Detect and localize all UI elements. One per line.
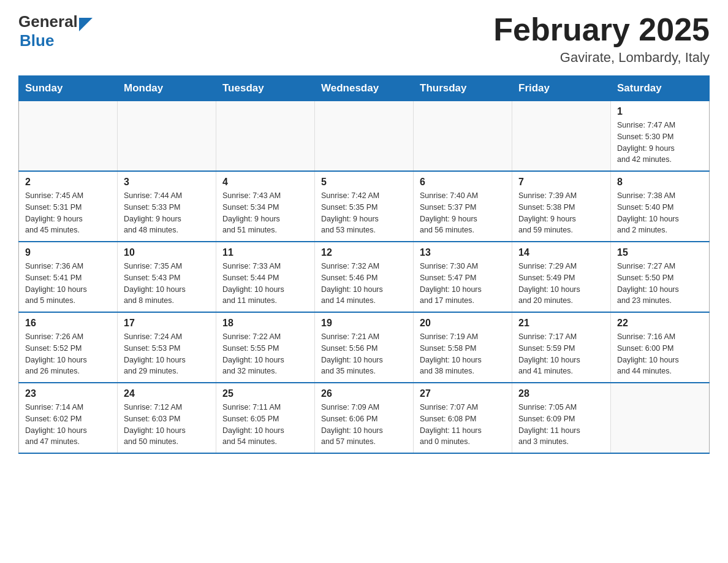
logo-triangle-icon: [79, 18, 93, 31]
calendar-cell: [315, 101, 414, 172]
day-number: 3: [124, 177, 210, 188]
month-title: February 2025: [493, 12, 710, 47]
day-info: Sunrise: 7:39 AM Sunset: 5:38 PM Dayligh…: [518, 190, 604, 236]
calendar-cell: [19, 101, 118, 172]
day-info: Sunrise: 7:38 AM Sunset: 5:40 PM Dayligh…: [617, 190, 703, 236]
day-info: Sunrise: 7:21 AM Sunset: 5:56 PM Dayligh…: [321, 331, 407, 377]
calendar-cell: 14Sunrise: 7:29 AM Sunset: 5:49 PM Dayli…: [512, 242, 611, 312]
weekday-header-sunday: Sunday: [19, 76, 118, 101]
logo-general-text: General: [18, 12, 78, 31]
day-info: Sunrise: 7:16 AM Sunset: 6:00 PM Dayligh…: [617, 331, 703, 377]
calendar-cell: 26Sunrise: 7:09 AM Sunset: 6:06 PM Dayli…: [315, 383, 414, 453]
calendar-week-row: 2Sunrise: 7:45 AM Sunset: 5:31 PM Daylig…: [19, 171, 710, 242]
day-number: 27: [420, 388, 506, 399]
calendar-cell: 20Sunrise: 7:19 AM Sunset: 5:58 PM Dayli…: [414, 312, 512, 383]
calendar-cell: 12Sunrise: 7:32 AM Sunset: 5:46 PM Dayli…: [315, 242, 414, 312]
calendar-cell: 18Sunrise: 7:22 AM Sunset: 5:55 PM Dayli…: [216, 312, 315, 383]
calendar-cell: 1Sunrise: 7:47 AM Sunset: 5:30 PM Daylig…: [611, 101, 710, 172]
day-number: 13: [420, 247, 506, 258]
day-info: Sunrise: 7:17 AM Sunset: 5:59 PM Dayligh…: [518, 331, 604, 377]
day-info: Sunrise: 7:42 AM Sunset: 5:35 PM Dayligh…: [321, 190, 407, 236]
calendar-cell: 21Sunrise: 7:17 AM Sunset: 5:59 PM Dayli…: [512, 312, 611, 383]
day-number: 17: [124, 318, 210, 329]
day-info: Sunrise: 7:22 AM Sunset: 5:55 PM Dayligh…: [222, 331, 308, 377]
weekday-header-thursday: Thursday: [414, 76, 512, 101]
calendar-cell: 5Sunrise: 7:42 AM Sunset: 5:35 PM Daylig…: [315, 171, 414, 242]
day-number: 21: [518, 318, 604, 329]
calendar-cell: 10Sunrise: 7:35 AM Sunset: 5:43 PM Dayli…: [118, 242, 216, 312]
day-number: 22: [617, 318, 703, 329]
day-number: 26: [321, 388, 407, 399]
day-number: 25: [222, 388, 308, 399]
day-info: Sunrise: 7:30 AM Sunset: 5:47 PM Dayligh…: [420, 261, 506, 307]
day-number: 16: [25, 318, 111, 329]
day-number: 23: [25, 388, 111, 399]
day-number: 28: [518, 388, 604, 399]
weekday-header-friday: Friday: [512, 76, 611, 101]
day-number: 5: [321, 177, 407, 188]
calendar-cell: 16Sunrise: 7:26 AM Sunset: 5:52 PM Dayli…: [19, 312, 118, 383]
page-header: General Blue February 2025 Gavirate, Lom…: [18, 12, 710, 66]
day-number: 12: [321, 247, 407, 258]
day-info: Sunrise: 7:27 AM Sunset: 5:50 PM Dayligh…: [617, 261, 703, 307]
day-info: Sunrise: 7:14 AM Sunset: 6:02 PM Dayligh…: [25, 402, 111, 448]
calendar-cell: 25Sunrise: 7:11 AM Sunset: 6:05 PM Dayli…: [216, 383, 315, 453]
day-info: Sunrise: 7:40 AM Sunset: 5:37 PM Dayligh…: [420, 190, 506, 236]
calendar-cell: [512, 101, 611, 172]
weekday-header-monday: Monday: [118, 76, 216, 101]
svg-marker-0: [79, 18, 93, 31]
title-area: February 2025 Gavirate, Lombardy, Italy: [493, 12, 710, 66]
logo: General Blue: [18, 12, 93, 50]
day-info: Sunrise: 7:12 AM Sunset: 6:03 PM Dayligh…: [124, 402, 210, 448]
day-number: 10: [124, 247, 210, 258]
calendar-cell: 8Sunrise: 7:38 AM Sunset: 5:40 PM Daylig…: [611, 171, 710, 242]
day-info: Sunrise: 7:36 AM Sunset: 5:41 PM Dayligh…: [25, 261, 111, 307]
calendar-table: SundayMondayTuesdayWednesdayThursdayFrid…: [18, 75, 710, 454]
calendar-cell: 22Sunrise: 7:16 AM Sunset: 6:00 PM Dayli…: [611, 312, 710, 383]
day-number: 2: [25, 177, 111, 188]
calendar-cell: [611, 383, 710, 453]
day-info: Sunrise: 7:19 AM Sunset: 5:58 PM Dayligh…: [420, 331, 506, 377]
day-info: Sunrise: 7:26 AM Sunset: 5:52 PM Dayligh…: [25, 331, 111, 377]
calendar-cell: [216, 101, 315, 172]
calendar-week-row: 23Sunrise: 7:14 AM Sunset: 6:02 PM Dayli…: [19, 383, 710, 453]
day-info: Sunrise: 7:32 AM Sunset: 5:46 PM Dayligh…: [321, 261, 407, 307]
calendar-cell: 9Sunrise: 7:36 AM Sunset: 5:41 PM Daylig…: [19, 242, 118, 312]
day-info: Sunrise: 7:44 AM Sunset: 5:33 PM Dayligh…: [124, 190, 210, 236]
calendar-cell: 6Sunrise: 7:40 AM Sunset: 5:37 PM Daylig…: [414, 171, 512, 242]
calendar-cell: 17Sunrise: 7:24 AM Sunset: 5:53 PM Dayli…: [118, 312, 216, 383]
day-number: 20: [420, 318, 506, 329]
logo-blue-text: Blue: [20, 31, 54, 50]
day-info: Sunrise: 7:11 AM Sunset: 6:05 PM Dayligh…: [222, 402, 308, 448]
day-number: 15: [617, 247, 703, 258]
calendar-week-row: 16Sunrise: 7:26 AM Sunset: 5:52 PM Dayli…: [19, 312, 710, 383]
calendar-cell: 28Sunrise: 7:05 AM Sunset: 6:09 PM Dayli…: [512, 383, 611, 453]
day-number: 4: [222, 177, 308, 188]
day-number: 14: [518, 247, 604, 258]
day-info: Sunrise: 7:05 AM Sunset: 6:09 PM Dayligh…: [518, 402, 604, 448]
weekday-header-saturday: Saturday: [611, 76, 710, 101]
day-number: 9: [25, 247, 111, 258]
day-info: Sunrise: 7:45 AM Sunset: 5:31 PM Dayligh…: [25, 190, 111, 236]
calendar-cell: 4Sunrise: 7:43 AM Sunset: 5:34 PM Daylig…: [216, 171, 315, 242]
day-info: Sunrise: 7:47 AM Sunset: 5:30 PM Dayligh…: [617, 120, 703, 166]
calendar-week-row: 1Sunrise: 7:47 AM Sunset: 5:30 PM Daylig…: [19, 101, 710, 172]
day-number: 11: [222, 247, 308, 258]
day-number: 18: [222, 318, 308, 329]
day-info: Sunrise: 7:09 AM Sunset: 6:06 PM Dayligh…: [321, 402, 407, 448]
calendar-cell: 7Sunrise: 7:39 AM Sunset: 5:38 PM Daylig…: [512, 171, 611, 242]
weekday-header-row: SundayMondayTuesdayWednesdayThursdayFrid…: [19, 76, 710, 101]
calendar-cell: 15Sunrise: 7:27 AM Sunset: 5:50 PM Dayli…: [611, 242, 710, 312]
day-number: 1: [617, 106, 703, 117]
day-number: 7: [518, 177, 604, 188]
calendar-cell: 19Sunrise: 7:21 AM Sunset: 5:56 PM Dayli…: [315, 312, 414, 383]
calendar-cell: 24Sunrise: 7:12 AM Sunset: 6:03 PM Dayli…: [118, 383, 216, 453]
calendar-cell: 2Sunrise: 7:45 AM Sunset: 5:31 PM Daylig…: [19, 171, 118, 242]
weekday-header-wednesday: Wednesday: [315, 76, 414, 101]
weekday-header-tuesday: Tuesday: [216, 76, 315, 101]
calendar-week-row: 9Sunrise: 7:36 AM Sunset: 5:41 PM Daylig…: [19, 242, 710, 312]
calendar-cell: [414, 101, 512, 172]
calendar-cell: 3Sunrise: 7:44 AM Sunset: 5:33 PM Daylig…: [118, 171, 216, 242]
location-text: Gavirate, Lombardy, Italy: [493, 50, 710, 66]
day-info: Sunrise: 7:07 AM Sunset: 6:08 PM Dayligh…: [420, 402, 506, 448]
